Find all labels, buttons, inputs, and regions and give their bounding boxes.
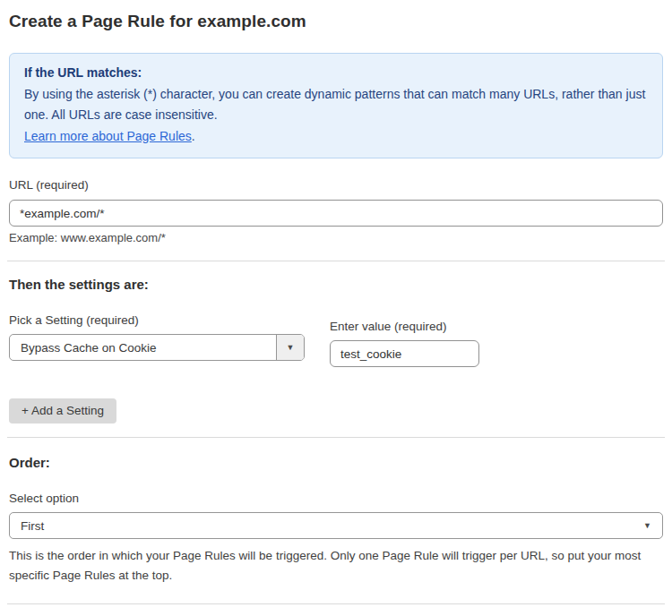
settings-section-heading: Then the settings are: — [9, 277, 663, 292]
order-select-label: Select option — [9, 492, 663, 505]
divider — [7, 437, 665, 438]
setting-select-value: Bypass Cache on Cookie — [10, 341, 276, 355]
page-title: Create a Page Rule for example.com — [9, 12, 663, 31]
link-period: . — [192, 129, 195, 143]
setting-value-input[interactable] — [330, 340, 479, 367]
divider — [7, 261, 665, 261]
settings-row: Pick a Setting (required) Bypass Cache o… — [9, 313, 663, 367]
divider — [7, 603, 665, 604]
url-matches-info-box: If the URL matches: By using the asteris… — [9, 53, 663, 158]
setting-select-arrow-button[interactable]: ▼ — [276, 335, 304, 360]
setting-picker-column: Pick a Setting (required) Bypass Cache o… — [9, 313, 305, 361]
add-setting-button[interactable]: + Add a Setting — [9, 398, 116, 424]
url-field-label: URL (required) — [9, 178, 663, 192]
info-box-heading: If the URL matches: — [24, 63, 648, 84]
info-box-body: By using the asterisk (*) character, you… — [24, 84, 648, 126]
caret-down-icon: ▼ — [287, 344, 295, 352]
order-section-heading: Order: — [9, 455, 663, 470]
url-example-hint: Example: www.example.com/* — [9, 231, 663, 244]
setting-picker-label: Pick a Setting (required) — [9, 313, 305, 327]
url-input[interactable] — [9, 200, 663, 227]
order-help-text: This is the order in which your Page Rul… — [9, 546, 645, 586]
setting-select[interactable]: Bypass Cache on Cookie ▼ — [9, 334, 305, 361]
setting-value-column: Enter value (required) — [330, 320, 479, 367]
learn-more-link[interactable]: Learn more about Page Rules — [24, 129, 192, 143]
order-select[interactable]: First ▼ — [9, 512, 663, 539]
info-box-link-row: Learn more about Page Rules. — [24, 126, 648, 148]
caret-down-icon: ▼ — [643, 522, 662, 530]
setting-value-label: Enter value (required) — [330, 320, 479, 333]
order-select-value: First — [10, 519, 643, 533]
